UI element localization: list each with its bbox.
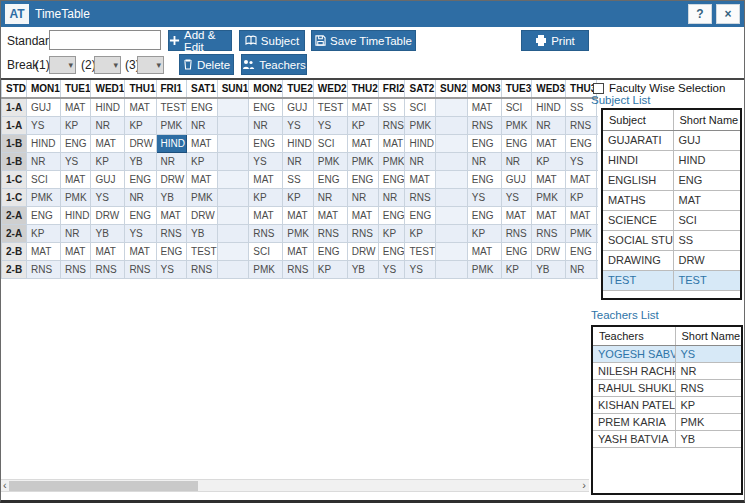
timetable-cell[interactable]: MAT [249, 170, 283, 188]
timetable-cell[interactable]: RNS [313, 224, 347, 242]
timetable-cell[interactable]: MAT [501, 206, 532, 224]
scrollbar-thumb[interactable] [9, 481, 198, 491]
timetable-cell[interactable]: PMK [378, 152, 405, 170]
timetable-cell[interactable]: GUJ [27, 98, 61, 116]
timetable-cell[interactable] [436, 224, 468, 242]
timetable-cell[interactable]: NR [249, 116, 283, 134]
list-cell[interactable]: RNS [675, 379, 741, 396]
list-row[interactable]: NILESH RACHHNR [593, 362, 741, 379]
list-row[interactable]: SCIENCESCI [603, 210, 740, 230]
timetable-cell[interactable]: RNS [405, 188, 436, 206]
list-cell[interactable]: YB [675, 430, 741, 447]
timetable-cell[interactable]: MAT [91, 242, 125, 260]
timetable-cell[interactable]: MAT [566, 170, 597, 188]
timetable-cell[interactable]: GUJ [501, 170, 532, 188]
timetable-cell[interactable]: YB [532, 260, 566, 278]
timetable-cell[interactable]: ENG [405, 206, 436, 224]
timetable-cell[interactable]: KP [60, 116, 91, 134]
timetable-cell[interactable]: KP [27, 224, 61, 242]
scroll-left-icon[interactable]: ‹ [3, 479, 7, 492]
timetable-cell[interactable]: MAT [347, 134, 378, 152]
timetable-cell[interactable]: TEST [156, 98, 187, 116]
timetable-cell[interactable]: YS [60, 152, 91, 170]
list-row[interactable]: SOCIAL STUDYSS [603, 230, 740, 250]
timetable-cell[interactable]: RNS [91, 260, 125, 278]
timetable-cell[interactable]: ENG [60, 134, 91, 152]
timetable-cell[interactable]: KP [187, 152, 218, 170]
teachers-button[interactable]: Teachers [241, 54, 307, 75]
timetable-cell[interactable]: NR [156, 152, 187, 170]
timetable-cell[interactable]: MAT [313, 206, 347, 224]
list-row[interactable]: DRAWINGDRW [603, 250, 740, 270]
timetable-cell[interactable] [217, 206, 249, 224]
timetable-cell[interactable]: ENG [566, 134, 597, 152]
timetable-cell[interactable]: NR [566, 260, 597, 278]
break-2-select[interactable]: ▾ [94, 56, 121, 74]
timetable-cell[interactable]: KP [347, 116, 378, 134]
list-cell[interactable]: NR [675, 362, 741, 379]
timetable-cell[interactable]: MAT [467, 242, 501, 260]
list-cell[interactable]: ENG [673, 170, 740, 190]
timetable-cell[interactable] [217, 170, 249, 188]
list-cell[interactable]: MATHS [603, 190, 673, 210]
timetable-cell[interactable]: GUJ [283, 98, 314, 116]
timetable-cell[interactable]: YS [91, 188, 125, 206]
timetable-cell[interactable]: ENG [187, 98, 218, 116]
timetable-cell[interactable]: YB [187, 224, 218, 242]
timetable-cell[interactable]: YB [125, 152, 156, 170]
timetable-cell[interactable]: HIND [532, 98, 566, 116]
timetable-cell[interactable]: ENG [378, 206, 405, 224]
timetable-cell[interactable]: RNS [283, 260, 314, 278]
timetable-cell[interactable]: KP [283, 188, 314, 206]
save-timetable-button[interactable]: Save TimeTable [311, 30, 416, 51]
timetable-cell[interactable]: G [597, 134, 598, 152]
timetable-cell[interactable]: PMK [532, 188, 566, 206]
list-cell[interactable]: SCI [673, 210, 740, 230]
timetable-cell[interactable]: K [597, 116, 598, 134]
timetable-cell[interactable]: MAT [27, 242, 61, 260]
timetable-cell[interactable]: HIND [91, 98, 125, 116]
timetable-cell[interactable]: YS [249, 152, 283, 170]
timetable-cell[interactable] [217, 242, 249, 260]
checkbox-icon[interactable] [593, 83, 604, 94]
timetable-cell[interactable] [436, 134, 468, 152]
timetable-cell[interactable]: MAT [532, 170, 566, 188]
timetable-cell[interactable]: RNS [347, 224, 378, 242]
timetable-cell[interactable]: MAT [249, 206, 283, 224]
timetable-cell[interactable]: HIND [27, 134, 61, 152]
list-row[interactable]: GUJARATIGUJ [603, 130, 740, 150]
timetable-cell[interactable]: KP [249, 188, 283, 206]
timetable-cell[interactable]: TEST [405, 242, 436, 260]
timetable-cell[interactable]: RNS [501, 224, 532, 242]
timetable-cell[interactable]: RNS [467, 116, 501, 134]
timetable-cell[interactable]: MAT [378, 134, 405, 152]
timetable-cell[interactable]: NR [378, 188, 405, 206]
timetable-cell[interactable]: NR [467, 152, 501, 170]
list-cell[interactable]: KISHAN PATEL [593, 396, 675, 413]
timetable-cell[interactable]: MAT [187, 134, 218, 152]
timetable-cell[interactable]: PMK [467, 260, 501, 278]
timetable-cell[interactable]: NR [60, 224, 91, 242]
list-cell[interactable]: RAHUL SHUKLA [593, 379, 675, 396]
timetable-cell[interactable]: ENG [313, 242, 347, 260]
timetable-cell[interactable]: RNS [566, 116, 597, 134]
timetable-cell[interactable]: KP [125, 116, 156, 134]
timetable-cell[interactable]: SCI [27, 170, 61, 188]
timetable-cell[interactable] [217, 134, 249, 152]
timetable-cell[interactable]: RNS [249, 224, 283, 242]
list-cell[interactable]: DRAWING [603, 250, 673, 270]
timetable-cell[interactable]: RNS [187, 260, 218, 278]
timetable-cell[interactable]: YS [125, 224, 156, 242]
timetable-cell[interactable]: ENG [467, 134, 501, 152]
timetable-cell[interactable] [217, 152, 249, 170]
timetable-cell[interactable]: MAT [60, 98, 91, 116]
timetable-cell[interactable]: RNS [125, 260, 156, 278]
timetable-cell[interactable]: KP [532, 152, 566, 170]
list-cell[interactable]: KP [675, 396, 741, 413]
timetable-cell[interactable]: MAT [532, 134, 566, 152]
timetable-cell[interactable]: YS [501, 188, 532, 206]
list-row[interactable]: MATHSMAT [603, 190, 740, 210]
list-cell[interactable]: PMK [675, 413, 741, 430]
timetable-cell[interactable]: PMK [566, 224, 597, 242]
timetable-cell[interactable]: KP [467, 224, 501, 242]
